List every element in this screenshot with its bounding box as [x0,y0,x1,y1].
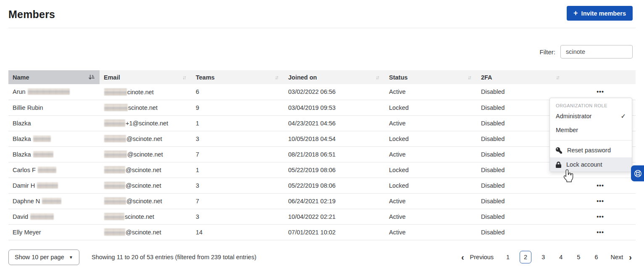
member-2fa-cell: Disabled [477,224,565,240]
member-teams-cell: 7 [192,193,284,209]
member-name-cell: Daphne N [8,193,100,209]
table-row: David scinote.net 3 10/04/2022 02:21 Act… [8,209,636,224]
member-joined-cell: 03/04/2019 09:53 [284,100,385,115]
member-email-cell: @scinote.net [100,131,192,146]
menu-item-reset-password[interactable]: Reset password [550,143,632,157]
sort-icon: ↓↑ [468,74,472,80]
member-status-cell: Locked [385,100,477,115]
member-joined-cell: 04/23/2021 04:56 [284,115,385,131]
row-actions-button[interactable]: ••• [594,228,607,237]
next-page-button[interactable]: Next [608,251,626,263]
member-teams-cell: 7 [192,146,284,162]
column-header-name[interactable]: Name [8,70,100,84]
caret-down-icon: ▼ [69,255,73,260]
table-row: Elly Meyer @scinote.net 14 07/01/2021 10… [8,224,636,240]
page-button[interactable]: 3 [537,251,549,263]
row-actions-button[interactable]: ••• [594,181,607,190]
member-teams-cell: 14 [192,224,284,240]
member-joined-cell: 07/01/2021 10:02 [284,224,385,240]
page-button[interactable]: 5 [573,251,584,263]
column-header-2fa[interactable]: 2FA ↓↑ [477,70,565,84]
member-status-cell: Active [385,224,477,240]
redacted-text [38,167,56,173]
pagination: ‹ Previous 123456 Next › [460,251,633,263]
check-icon: ✓ [620,112,626,120]
member-teams-cell: 3 [192,178,284,193]
member-teams-cell: 1 [192,162,284,178]
member-email-cell: @scinote.net [100,224,192,240]
redacted-text [33,136,51,142]
menu-item-member[interactable]: Member [550,123,632,137]
member-name-cell: Elly Meyer [8,224,100,240]
row-actions-button[interactable]: ••• [594,87,607,96]
member-email-cell: @scinote.net [100,162,192,178]
member-teams-cell: 9 [192,100,284,115]
redacted-text [104,151,127,158]
page-button[interactable]: 2 [520,251,531,263]
row-actions-menu: ORGANIZATION ROLE Administrator ✓ Member… [549,98,632,172]
page-button[interactable]: 6 [590,251,602,263]
table-header-row: Name Email ↓↑ [8,70,636,84]
member-email-cell: cinote.net [100,84,192,100]
member-2fa-cell: Disabled [477,193,565,209]
redacted-text [104,135,126,142]
life-ring-icon [633,169,642,178]
redacted-text [30,213,54,220]
filter-input[interactable] [560,45,633,58]
sort-icon: ↓↑ [556,74,560,80]
redacted-text [104,213,124,220]
column-header-email[interactable]: Email ↓↑ [100,70,192,84]
column-header-status[interactable]: Status ↓↑ [385,70,477,84]
member-status-cell: Active [385,146,477,162]
redacted-text [104,182,125,189]
member-2fa-cell: Disabled [477,209,565,224]
menu-divider [550,140,632,141]
redacted-text [42,198,61,204]
row-actions-button[interactable]: ••• [594,197,607,206]
column-header-actions [565,70,636,84]
page-button[interactable]: 1 [502,251,514,263]
menu-item-administrator[interactable]: Administrator ✓ [550,109,632,123]
redacted-text [104,229,125,236]
menu-item-lock-account[interactable]: Lock account [550,157,632,172]
table-row: Blazka @scinote.net 3 10/05/2018 04:54 L… [8,131,636,146]
table-row: Blazka @scinote.net 7 08/21/2018 06:51 A… [8,146,636,162]
sort-icon: ↓↑ [182,74,187,80]
member-teams-cell: 3 [192,131,284,146]
table-row: Daphne N @scinote.net 7 06/24/2021 02:19… [8,193,636,209]
page-size-select[interactable]: Show 10 per page ▼ [8,250,79,265]
chevron-left-icon[interactable]: ‹ [460,253,465,261]
member-name-cell: Arun [8,84,100,100]
member-name-cell: Billie Rubin [8,100,100,115]
member-2fa-cell: Disabled [477,178,565,193]
chevron-right-icon[interactable]: › [628,253,633,261]
member-email-cell: scinote.net [100,100,192,115]
member-email-cell: @scinote.net [100,146,192,162]
member-name-cell: David [8,209,100,224]
previous-page-button[interactable]: Previous [468,251,496,263]
redacted-text [33,151,53,157]
member-status-cell: Active [385,84,477,100]
redacted-text [37,182,58,189]
column-header-teams[interactable]: Teams ↓↑ [192,70,284,84]
member-joined-cell: 10/04/2022 02:21 [284,209,385,224]
page-list: 123456 [502,251,602,263]
member-name-cell: Damir H [8,178,100,193]
entries-summary: Showing 11 to 20 of 53 entries (filtered… [92,254,256,260]
member-teams-cell: 6 [192,84,284,100]
page-title: Members [8,8,55,21]
redacted-text [104,197,126,205]
member-name-cell: Blazka [8,115,100,131]
sort-ascending-icon [88,74,95,80]
organization-role-label: ORGANIZATION ROLE [550,101,632,109]
column-header-joined-on[interactable]: Joined on ↓↑ [284,70,385,84]
member-name-cell: Blazka [8,131,100,146]
invite-members-button[interactable]: + Invite members [567,6,633,21]
member-name-cell: Carlos F [8,162,100,178]
member-teams-cell: 3 [192,209,284,224]
member-status-cell: Locked [385,131,477,146]
page-button[interactable]: 4 [555,251,567,263]
help-support-button[interactable] [631,165,644,181]
members-table-body: Arun cinote.net 6 03/02/2022 06:56 Activ… [8,84,636,240]
row-actions-button[interactable]: ••• [594,212,607,221]
